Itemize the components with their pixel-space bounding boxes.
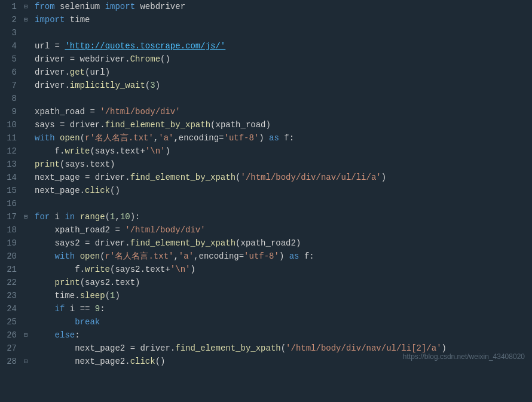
token-kw: as (289, 251, 299, 261)
fold-icon[interactable]: ⊟ (24, 0, 32, 13)
token-func: click (85, 186, 110, 195)
token-plain: ) (381, 173, 386, 182)
code-content: f.write(says.text+'\n') (32, 145, 532, 158)
code-content: break (32, 315, 532, 329)
token-plain: next_page2 (35, 343, 130, 353)
token-plain: f. (35, 265, 85, 274)
token-plain: (xpath_road2) (236, 238, 301, 248)
token-kw: from (35, 2, 55, 11)
token-plain: says (35, 120, 60, 130)
token-string: '/html/body/div/nav/ul/li/a' (240, 173, 381, 182)
token-plain (35, 317, 75, 327)
token-operator: = (70, 54, 75, 64)
token-plain: i (50, 212, 65, 222)
code-line: 5driver = webdriver.Chrome() (0, 53, 532, 66)
token-func: print (55, 278, 80, 287)
token-string: '\n' (145, 146, 166, 156)
fold-icon[interactable]: ⊟ (24, 329, 32, 342)
line-number: 14 (0, 171, 24, 184)
token-string: r'名人名言.txt' (85, 133, 154, 143)
token-func: get (70, 67, 85, 77)
line-number: 11 (0, 131, 24, 145)
token-plain: driver (35, 54, 70, 64)
token-plain: ) (259, 133, 269, 143)
token-kw: for (35, 212, 50, 222)
code-content: with open(r'名人名言.txt','a',encoding='utf-… (32, 250, 532, 263)
token-string: '\n' (170, 265, 191, 274)
token-kw: import (105, 2, 135, 11)
line-number: 2 (0, 13, 24, 26)
code-line: 25 break (0, 315, 532, 329)
code-line: 7driver.implicitly_wait(3) (0, 79, 532, 92)
token-plain: (url) (85, 67, 110, 77)
token-string: 'a' (158, 133, 173, 143)
code-editor: 1⊟from selenium import webdriver2⊟import… (0, 0, 532, 368)
token-plain: ( (100, 251, 105, 261)
token-func: find_element_by_xpath (105, 120, 210, 130)
token-number: 3 (150, 81, 155, 90)
code-line: 19 says2 = driver.find_element_by_xpath(… (0, 237, 532, 250)
token-number: 9 (95, 304, 100, 314)
line-number: 19 (0, 237, 24, 250)
code-line: 3 (0, 26, 532, 39)
token-func: Chrome (130, 54, 160, 64)
token-operator: = (55, 41, 60, 51)
code-content: xpath_road2 = '/html/body/div' (32, 223, 532, 237)
token-func: write (85, 265, 110, 274)
token-kw: in (65, 212, 75, 222)
code-content: says = driver.find_element_by_xpath(xpat… (32, 118, 532, 131)
line-number: 12 (0, 145, 24, 158)
token-plain (35, 304, 55, 314)
token-plain: ) (115, 291, 120, 300)
code-content: from selenium import webdriver (32, 0, 532, 13)
token-operator: = (115, 225, 120, 235)
code-content: xpath_road = '/html/body/div' (32, 105, 532, 118)
code-line: 4url = 'http://quotes.toscrape.com/js/' (0, 39, 532, 53)
line-number: 28 (0, 355, 24, 368)
code-line: 20 with open(r'名人名言.txt','a',encoding='u… (0, 250, 532, 263)
token-plain: driver. (35, 67, 70, 77)
line-number: 7 (0, 79, 24, 92)
token-plain: f. (35, 146, 65, 156)
code-content: if i == 9: (32, 302, 532, 315)
line-number: 4 (0, 39, 24, 53)
token-plain: driver. (135, 343, 175, 353)
token-func: print (35, 159, 60, 169)
token-plain (95, 107, 100, 116)
token-plain: (says.text) (60, 159, 115, 169)
line-number: 10 (0, 118, 24, 131)
line-number: 15 (0, 184, 24, 197)
fold-icon[interactable]: ⊟ (24, 13, 32, 26)
fold-icon[interactable]: ⊟ (24, 210, 32, 223)
token-kw: with (35, 133, 55, 143)
token-plain: next_page. (35, 186, 85, 195)
token-func: click (130, 357, 155, 366)
code-content: driver.get(url) (32, 66, 532, 79)
token-plain: : (100, 304, 105, 314)
code-content: print(says2.text) (32, 276, 532, 289)
code-line: 13print(says.text) (0, 158, 532, 171)
code-content: driver = webdriver.Chrome() (32, 53, 532, 66)
token-plain: (says.text+ (90, 146, 145, 156)
line-number: 17 (0, 210, 24, 223)
token-plain: time (65, 15, 90, 24)
code-line: 9xpath_road = '/html/body/div' (0, 105, 532, 118)
code-line: 26⊟ else: (0, 329, 532, 342)
token-plain: (xpath_road) (210, 120, 271, 130)
token-string: 'a' (179, 251, 194, 261)
token-string: 'utf-8' (224, 133, 259, 143)
code-line: 12 f.write(says.text+'\n') (0, 145, 532, 158)
code-content: says2 = driver.find_element_by_xpath(xpa… (32, 237, 532, 250)
token-plain: xpath_road (35, 107, 90, 116)
token-plain: next_page2. (35, 357, 130, 366)
token-plain: ( (281, 343, 286, 353)
code-content: print(says.text) (32, 158, 532, 171)
token-func: range (80, 212, 105, 222)
fold-icon[interactable]: ⊟ (24, 355, 32, 368)
token-kw: as (269, 133, 279, 143)
token-kw: with (55, 251, 75, 261)
token-plain: ( (105, 212, 110, 222)
token-plain: ): (130, 212, 140, 222)
code-content: with open(r'名人名言.txt','a',encoding='utf-… (32, 131, 532, 145)
code-line: 17⊟for i in range(1,10): (0, 210, 532, 223)
